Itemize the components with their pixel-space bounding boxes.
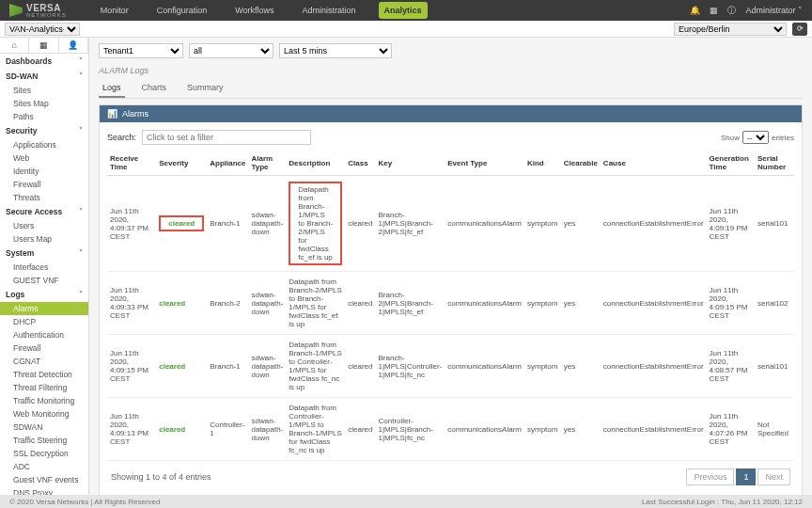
cell: connectionEstablishmentError xyxy=(601,398,707,461)
sidebar-item-traffic-steering[interactable]: Traffic Steering xyxy=(0,434,88,447)
tab-charts[interactable]: Charts xyxy=(138,79,171,98)
sidebar-item-ssl-decryption[interactable]: SSL Decryption xyxy=(0,447,88,460)
column-header[interactable]: Class xyxy=(345,151,375,176)
table-row[interactable]: Jun 11th 2020, 4:09:33 PM CESTclearedBra… xyxy=(107,272,794,335)
cell: Datapath from Branch-2/MPLS to Branch-1/… xyxy=(286,272,345,335)
sidebar-section-sd-wan[interactable]: SD-WAN˅ xyxy=(0,69,88,84)
cell: connectionEstablishmentError xyxy=(601,335,707,398)
sidebar-item-traffic-monitoring[interactable]: Traffic Monitoring xyxy=(0,394,88,407)
sidebar-item-identity[interactable]: Identity xyxy=(0,165,88,178)
show-entries: Show -- entries xyxy=(721,131,794,144)
cell: communicationsAlarm xyxy=(445,272,524,335)
cell: yes xyxy=(561,398,601,461)
sidebar-item-guest-vnf-events[interactable]: Guest VNF events xyxy=(0,473,88,486)
nav-configuration[interactable]: Configuration xyxy=(151,2,213,19)
cell: cleared xyxy=(156,176,207,272)
cell: Jun 11th 2020, 4:09:19 PM CEST xyxy=(707,176,755,272)
breadcrumb: ALARM Logs xyxy=(99,66,803,75)
sidebar-item-guest-vnf[interactable]: GUEST VNF xyxy=(0,274,88,287)
cell: cleared xyxy=(345,398,375,461)
prev-page[interactable]: Previous xyxy=(686,468,734,485)
notification-icon[interactable]: 🔔 xyxy=(690,6,700,15)
cell: Datapath from Controller-1/MPLS to Branc… xyxy=(286,398,345,461)
sidebar-item-web-monitoring[interactable]: Web Monitoring xyxy=(0,407,88,421)
user-menu[interactable]: Administrator ˅ xyxy=(745,6,803,15)
sidebar-item-cgnat[interactable]: CGNAT xyxy=(0,355,88,368)
cell: connectionEstablishmentError xyxy=(601,272,707,335)
timerange-select[interactable]: Last 5 mins xyxy=(279,43,392,58)
sidebar-item-threat-filtering[interactable]: Threat Filtering xyxy=(0,381,88,394)
user-icon[interactable]: 👤 xyxy=(59,38,88,53)
cell: Jun 11th 2020, 4:09:15 PM CEST xyxy=(107,335,156,398)
sidebar-item-authentication[interactable]: Authentication xyxy=(0,328,88,341)
table-row[interactable]: Jun 11th 2020, 4:09:37 PM CESTclearedBra… xyxy=(107,176,794,272)
sidebar-item-sdwan[interactable]: SDWAN xyxy=(0,421,88,434)
cell: Jun 11th 2020, 4:09:15 PM CEST xyxy=(707,272,755,335)
sidebar-item-alarms[interactable]: Alarms xyxy=(0,302,88,315)
column-header[interactable]: Clearable xyxy=(561,151,601,176)
brand-sub: NETWORKS xyxy=(26,12,67,18)
nav-analytics[interactable]: Analytics xyxy=(379,2,428,19)
column-header[interactable]: Kind xyxy=(524,151,561,176)
sidebar-item-sites-map[interactable]: Sites Map xyxy=(0,97,88,110)
cell: serial101 xyxy=(755,176,794,272)
column-header[interactable]: Description xyxy=(286,151,345,176)
column-header[interactable]: Key xyxy=(376,151,445,176)
panel-title: Alarms xyxy=(122,109,148,119)
main-nav: MonitorConfigurationWorkflowsAdministrat… xyxy=(95,2,691,19)
sidebar-section-secure-access[interactable]: Secure Access˅ xyxy=(0,204,88,219)
sidebar-item-dns-proxy[interactable]: DNS Proxy xyxy=(0,486,88,495)
sidebar-item-threats[interactable]: Threats xyxy=(0,191,88,204)
timezone-select[interactable]: Europe/Berlin xyxy=(674,23,787,36)
column-header[interactable]: Severity xyxy=(156,151,207,176)
search-input[interactable] xyxy=(142,130,311,145)
sidebar-section-logs[interactable]: Logs˅ xyxy=(0,287,88,302)
column-header[interactable]: Cause xyxy=(601,151,707,176)
sidebar-item-paths[interactable]: Paths xyxy=(0,110,88,123)
column-header[interactable]: Appliance xyxy=(207,151,248,176)
sidebar-item-interfaces[interactable]: Interfaces xyxy=(0,261,88,274)
table-row[interactable]: Jun 11th 2020, 4:09:13 PM CESTclearedCon… xyxy=(107,398,794,461)
sidebar-item-firewall[interactable]: Firewall xyxy=(0,341,88,355)
cell: cleared xyxy=(156,272,207,335)
nav-workflows[interactable]: Workflows xyxy=(229,2,279,19)
refresh-button[interactable]: ⟳ xyxy=(792,23,807,36)
tab-summary[interactable]: Summary xyxy=(183,79,227,98)
sidebar-item-threat-detection[interactable]: Threat Detection xyxy=(0,368,88,381)
cell: Jun 11th 2020, 4:09:37 PM CEST xyxy=(107,176,156,272)
sidebar-item-applications[interactable]: Applications xyxy=(0,138,88,151)
column-header[interactable]: Generation Time xyxy=(707,151,755,176)
scope-select[interactable]: all xyxy=(189,43,273,58)
sidebar-section-dashboards[interactable]: Dashboards˅ xyxy=(0,54,88,69)
page-1[interactable]: 1 xyxy=(736,468,756,485)
sidebar-item-users[interactable]: Users xyxy=(0,219,88,232)
view-tabs: LogsChartsSummary xyxy=(99,79,803,99)
sidebar-item-firewall[interactable]: Firewall xyxy=(0,178,88,191)
search-row: Search: Show -- entries xyxy=(107,130,794,145)
column-header[interactable]: Receive Time xyxy=(107,151,156,176)
sidebar-item-sites[interactable]: Sites xyxy=(0,84,88,97)
nav-monitor[interactable]: Monitor xyxy=(95,2,134,19)
sub-header: VAN-Analytics-1 Europe/Berlin ⟳ xyxy=(0,21,812,38)
copyright: © 2020 Versa Networks | All Rights Reser… xyxy=(9,498,161,506)
tenant-select[interactable]: Tenant1 xyxy=(99,43,183,58)
sidebar-item-users-map[interactable]: Users Map xyxy=(0,232,88,246)
column-header[interactable]: Serial Number xyxy=(755,151,794,176)
sidebar-item-web[interactable]: Web xyxy=(0,151,88,165)
sidebar-item-dhcp[interactable]: DHCP xyxy=(0,315,88,328)
info-icon[interactable]: ⓘ xyxy=(727,5,736,17)
next-page[interactable]: Next xyxy=(757,468,790,485)
instance-select[interactable]: VAN-Analytics-1 xyxy=(5,23,80,36)
sidebar-section-security[interactable]: Security˅ xyxy=(0,123,88,138)
grid-icon[interactable]: ▦ xyxy=(710,6,718,15)
nav-administration[interactable]: Administration xyxy=(297,2,362,19)
sidebar-section-system[interactable]: System˅ xyxy=(0,246,88,261)
home-icon[interactable]: ⌂ xyxy=(0,38,29,53)
column-header[interactable]: Alarm Type xyxy=(248,151,286,176)
org-icon[interactable]: ▦ xyxy=(29,38,58,53)
column-header[interactable]: Event Type xyxy=(445,151,524,176)
table-row[interactable]: Jun 11th 2020, 4:09:15 PM CESTclearedBra… xyxy=(107,335,794,398)
sidebar-item-adc[interactable]: ADC xyxy=(0,460,88,473)
entries-select[interactable]: -- xyxy=(742,131,769,144)
tab-logs[interactable]: Logs xyxy=(99,79,125,98)
